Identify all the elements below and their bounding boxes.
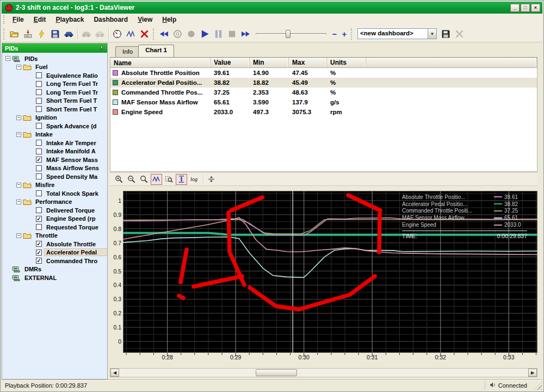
checkbox[interactable]: ✓ [36,250,42,256]
tree-item-short-term-fuel-t[interactable]: Short Term Fuel T [2,105,107,114]
menu-item-file[interactable]: File [8,15,29,24]
checkbox[interactable] [36,81,42,87]
vehicle-edit-button[interactable] [94,28,106,40]
checkbox[interactable]: ✓ [36,258,42,264]
tree-item-intake[interactable]: −Intake [2,130,107,139]
checkbox[interactable] [36,140,42,146]
column-header-min[interactable]: Min [250,58,289,67]
tab-chart-1[interactable]: Chart 1 [138,45,174,57]
tree-item-long-term-fuel-tr[interactable]: Long Term Fuel Tr [2,88,107,97]
checkbox[interactable] [36,72,42,78]
dashboard-select-value[interactable]: <new dashboard> [357,28,428,39]
checkbox[interactable] [36,148,42,154]
import-log-button[interactable] [22,28,34,40]
minimize-button[interactable]: _ [510,4,520,12]
table-row-absolute-throttle-position[interactable]: Absolute Throttle Position39.6114.9047.4… [110,68,537,78]
expander-icon[interactable]: − [16,115,21,120]
vehicle-button[interactable] [63,28,75,40]
expander-icon[interactable]: − [16,132,21,137]
tree-item-total-knock-spark[interactable]: Total Knock Spark [2,189,107,198]
tree-item-fuel[interactable]: −Fuel [2,63,107,72]
expander-icon[interactable]: − [16,233,21,238]
gauge-button[interactable] [111,28,123,40]
tree-item-performance[interactable]: −Performance [2,198,107,207]
delete-dashboard-button[interactable] [453,28,466,40]
menu-item-dashboard[interactable]: Dashboard [89,15,133,24]
tree-item-commanded-thro[interactable]: ✓Commanded Thro [2,257,107,265]
tree-item-pids[interactable]: −PIDs [2,54,107,63]
pause-button[interactable] [212,28,225,40]
checkbox[interactable] [36,123,42,129]
close-button[interactable]: × [531,4,540,12]
tree-item-accelerator-pedal[interactable]: ✓Accelerator Pedal [2,248,107,257]
record-circle-button[interactable] [171,28,184,40]
save-log-button[interactable] [49,28,61,40]
column-header-name[interactable]: Name [110,58,211,67]
checkbox[interactable]: ✓ [36,241,42,247]
tree-item-speed-density-ma[interactable]: Speed Density Ma [2,172,107,181]
toolbar-grip-1[interactable] [3,28,6,40]
zoom-in-button[interactable] [113,174,125,185]
tree-item-dmrs[interactable]: DMRs [2,265,107,274]
save-dashboard-button[interactable] [440,28,452,40]
quick-connect-button[interactable] [35,28,48,40]
checkbox[interactable]: ✓ [36,216,42,222]
checkbox[interactable] [36,224,42,230]
expander-icon[interactable]: − [16,65,21,70]
playback-speed-slider[interactable] [256,29,326,39]
waveform-scale-button[interactable] [151,174,162,185]
dashboard-select[interactable]: <new dashboard> ▼ [357,28,437,39]
tree-item-ignition[interactable]: −Ignition [2,114,107,122]
checkbox[interactable] [36,190,42,196]
checkbox[interactable] [36,207,42,213]
log-scale-button[interactable]: log [188,174,200,185]
slider-thumb[interactable] [286,30,290,38]
table-row-accelerator-pedal-positio[interactable]: Accelerator Pedal Positio...38.8218.8245… [110,78,537,88]
column-header-units[interactable]: Units [327,58,366,67]
scroll-left-arrow-icon[interactable]: ◀ [110,369,119,377]
tree-item-spark-advance-d[interactable]: Spark Advance (d [2,122,107,130]
menubar-grip[interactable] [3,15,6,23]
zoom-normal-button[interactable] [138,174,150,185]
tree-item-mass-airflow-sens[interactable]: Mass Airflow Sens [2,164,107,173]
expander-icon[interactable]: − [5,56,10,61]
zoom-out-button[interactable] [126,174,137,185]
scroll-thumb[interactable] [256,369,297,376]
tab-info[interactable]: Info [115,46,140,57]
column-header-max[interactable]: Max [289,58,327,67]
table-row-engine-speed[interactable]: Engine Speed2033.0497.33075.3rpm [110,107,537,117]
play-button[interactable] [199,28,211,40]
tree-item-short-term-fuel-t[interactable]: Short Term Fuel T [2,97,107,105]
menu-item-help[interactable]: Help [157,15,181,24]
toolbar-grip-3[interactable] [351,28,354,40]
expander-icon[interactable]: − [16,183,21,188]
chart-h-scrollbar[interactable]: ◀ ▶ [110,368,537,377]
maximize-button[interactable]: □ [521,4,530,12]
expander-icon[interactable]: − [16,200,21,204]
menu-item-edit[interactable]: Edit [29,15,51,24]
rewind-button[interactable] [158,28,170,40]
open-file-button[interactable] [8,28,21,40]
checkbox[interactable]: ✓ [36,157,42,163]
vehicle-record-button[interactable] [80,28,92,40]
fast-forward-button[interactable] [239,28,252,40]
checkbox[interactable] [36,173,42,179]
fit-vertical-button[interactable] [176,174,187,185]
tree-item-long-term-fuel-tr[interactable]: Long Term Fuel Tr [2,80,107,89]
stop-button[interactable] [226,28,238,40]
zoom-out-minus-button[interactable]: − [330,29,339,39]
tree-item-absolute-throttle[interactable]: ✓Absolute Throttle [2,240,107,248]
table-row-commanded-throttle-pos[interactable]: Commanded Throttle Pos...37.252.35348.63… [110,88,537,97]
record-dot-button[interactable] [185,28,197,40]
tree-item-external[interactable]: EXTERNAL [2,273,107,282]
checkbox[interactable] [36,89,42,95]
menu-item-playback[interactable]: Playback [51,15,89,24]
tree-item-throttle[interactable]: −Throttle [2,232,107,240]
toolbar-grip-2[interactable] [153,28,156,40]
menu-item-view[interactable]: View [133,15,157,24]
delete-button[interactable] [138,28,151,40]
column-header-value[interactable]: Value [211,58,250,67]
table-row-maf-sensor-mass-airflow[interactable]: MAF Sensor Mass Airflow65.613.590137.9g/… [110,97,537,107]
tree-item-intake-air-temper[interactable]: Intake Air Temper [2,139,107,147]
split-view-button[interactable] [206,174,217,185]
